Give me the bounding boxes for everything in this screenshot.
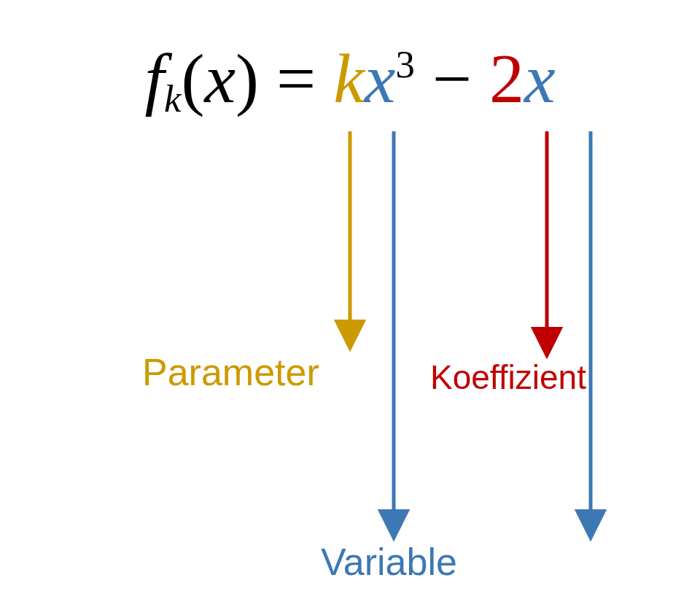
term-k: k bbox=[333, 39, 365, 117]
term-x: x bbox=[524, 39, 556, 117]
minus: − bbox=[415, 39, 489, 117]
label-koeffizient: Koeffizient bbox=[430, 358, 586, 397]
arg-x: x bbox=[204, 39, 236, 117]
term-x-cubed-base: x bbox=[365, 39, 396, 117]
paren-close: ) bbox=[236, 39, 259, 117]
label-parameter: Parameter bbox=[142, 350, 319, 394]
diagram-stage: fk(x) = kx3 − 2x Parameter Koeffizient V… bbox=[0, 0, 700, 610]
symbol-f: f bbox=[144, 39, 164, 117]
label-variable: Variable bbox=[321, 540, 457, 584]
subscript-k: k bbox=[164, 77, 181, 120]
exponent-3: 3 bbox=[395, 43, 414, 85]
formula: fk(x) = kx3 − 2x bbox=[0, 44, 700, 118]
paren-open: ( bbox=[182, 39, 205, 117]
coeff-2: 2 bbox=[489, 39, 524, 117]
equals: = bbox=[259, 39, 333, 117]
